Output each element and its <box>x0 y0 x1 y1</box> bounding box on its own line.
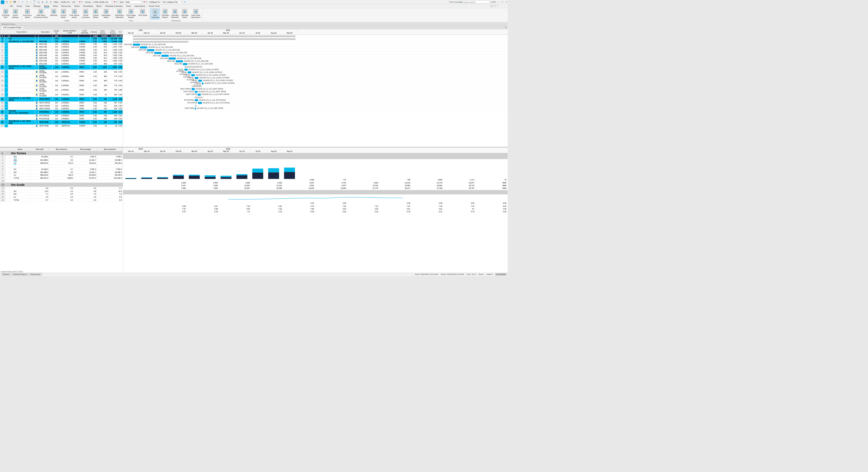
chart-bar[interactable] <box>221 176 232 179</box>
task-bar[interactable] <box>198 102 202 104</box>
time-variant-fields-button[interactable]: ▦Time VariantFields <box>68 9 80 19</box>
report-row[interactable]: 3MG342,488.00.012,231.740,098.3 <box>0 158 123 161</box>
report-row[interactable]: 7MG342,488.00.012,231.740,098.3 <box>0 171 123 174</box>
gantt-row[interactable]: LEVEL ACCESSVALENS UG_6_110_LEVEL ACCESS <box>123 68 508 71</box>
custom-fields-button[interactable]: ▦CustomFields <box>59 9 68 19</box>
filter-combo[interactable]: LEVEL RL = 110 <box>60 1 78 4</box>
report-row[interactable]: 123.80.53.64.7 <box>0 187 123 190</box>
report-row[interactable]: 15LG4.53.44.55.0 <box>0 196 123 199</box>
gantt-row[interactable] <box>123 104 508 107</box>
clear-initial-calculations-button[interactable]: ▦Clear InitialCalculations <box>190 9 201 19</box>
ribbon-tab-filtering[interactable]: Filtering <box>33 5 40 8</box>
grid-col-header[interactable]: COST CENTRE <box>79 29 91 35</box>
grid-col-header[interactable]: Description <box>39 29 53 35</box>
chart-bar[interactable] <box>125 178 136 179</box>
report-col-header[interactable]: Row total <box>30 148 49 151</box>
report-row[interactable]: 14MG7.16.37.07.6 <box>0 193 123 196</box>
gantt-row[interactable] <box>123 38 508 40</box>
gantt-row[interactable]: LEVEL ACCESSVALENS UG_6_110_LEVEL ACCESS <box>123 77 508 79</box>
ribbon-tab-blend[interactable]: Blend <box>97 5 102 8</box>
production-fields-button[interactable]: ▦ProductionFields <box>22 9 33 19</box>
scheduling-calendars-button[interactable]: ▦SchedulingCalendars <box>114 9 125 19</box>
sort-edit-icon[interactable]: ✎ <box>146 1 147 3</box>
grid-row[interactable]: 16👤LEVEL ACCESS110LATERALOPEX2.503097720… <box>0 83 123 87</box>
chart-bar[interactable] <box>189 175 200 179</box>
gantt-row[interactable]: VENT RISEVALENS UG_6_110_VENT RISE <box>123 107 508 110</box>
parameters-tables-button[interactable]: ▦ParametersTables <box>101 9 112 19</box>
refresh-icon[interactable]: ⟳ <box>184 1 186 3</box>
grid-row[interactable]: 3VALENS UG_6_110_DECLINEDECLINE110LATERA… <box>0 40 123 43</box>
task-bar[interactable] <box>195 99 198 101</box>
grid-row[interactable]: 10👤DECLINE110LATERALCAPEX2.506141,5350.0… <box>0 59 123 62</box>
auto-calculate-button[interactable]: ▦AutoCalculate <box>151 9 160 19</box>
grid-row[interactable]: 23VALENS UG_6_110_STOCKPILESTOCKPILE110L… <box>0 110 123 114</box>
report-col-header[interactable]: Row minimum <box>49 148 74 151</box>
task-bar[interactable] <box>202 82 204 84</box>
gantt-row[interactable]: DECLINEVALENS UG_6_110_DECLINE <box>123 63 508 65</box>
grid-row[interactable]: 19VALENS UG_6_110_VENT DRIVEVENT DRIVE11… <box>0 97 123 101</box>
calculate-report-button[interactable]: ▦CalculateReport <box>161 9 170 19</box>
task-bar[interactable] <box>198 94 201 96</box>
help-icon[interactable]: ? <box>494 4 495 8</box>
summary-bar[interactable] <box>192 85 201 87</box>
calculate-fields-button[interactable]: ▦CalculateFields <box>180 9 190 19</box>
gantt-row[interactable]: STOCKPILEVALENS UG_6_110_STOCKPILE <box>123 99 508 101</box>
report-row[interactable]: 6HG51,026.06.72,551.37,535.6 <box>0 168 123 171</box>
report-row[interactable]: 9TOTAL962,427.81,988.634,372.4102,182.0 <box>0 177 123 180</box>
collapse-ribbon-icon[interactable]: ^ <box>497 4 498 8</box>
unlink-icon[interactable]: ⊘ <box>49 1 52 3</box>
chart-bar[interactable] <box>157 177 168 179</box>
filter-edit-icon[interactable]: ✎ <box>81 1 83 3</box>
task-bar[interactable] <box>133 44 140 46</box>
gantt-row[interactable] <box>123 40 508 43</box>
grid-row[interactable]: 14👤LEVEL ACCESS110LATERALOPEX2.503097720… <box>0 74 123 78</box>
report-row[interactable]: 4LG568,913.8812.920,318.358,120.8 <box>0 162 123 165</box>
grid-col-header[interactable] <box>0 29 4 35</box>
grid-row[interactable]: 25👤STOCKPILE110LATERALOPEX2.502586450.00 <box>0 117 123 120</box>
grid-col-header[interactable]: DEVELOPMENT TYPE <box>61 29 79 35</box>
gantt-row[interactable]: VENT DRIVEVALENS UG_6_110_VENT DRIVE <box>123 93 508 96</box>
report-row[interactable]: 13HG10.09.29.810.6 <box>0 190 123 193</box>
gantt-row[interactable]: DECLINEVALENS UG_6_110_DECLINE <box>123 43 508 46</box>
report-col-header[interactable]: Row average <box>74 148 97 151</box>
ribbon-tab-rules[interactable]: Rules <box>75 5 80 8</box>
ribbon-tab-file[interactable]: File <box>10 5 13 8</box>
grid-col-header[interactable]: Insitu Volume <box>97 29 107 35</box>
ribbon-tab-power-tools[interactable]: Power Tools <box>149 5 160 8</box>
task-bar[interactable] <box>169 58 176 60</box>
gantt-row[interactable]: DECLINEVALENS UG_6_110_DECLINE <box>123 49 508 52</box>
grid-row[interactable]: 9👤DECLINE110LATERALCAPEX2.506141,5350.00 <box>0 57 123 59</box>
grid-row[interactable]: 24👤STOCKPILE110LATERALOPEX2.501964900.00 <box>0 114 123 117</box>
task-bar[interactable] <box>184 68 188 71</box>
report-row[interactable]: 16TOTAL5.73.45.66.5 <box>0 199 123 202</box>
grid-row[interactable]: 17👤LEVEL ACCESS110LATERALOPEX2.563097920… <box>0 88 123 92</box>
zoom-fit-icon[interactable]: ⊕ <box>41 1 44 3</box>
chart-bar[interactable] <box>284 168 295 179</box>
gantt-row[interactable]: STOCKPILEVALENS UG_6_110_STOCKPILE <box>123 102 508 104</box>
undo-icon[interactable]: ↶ <box>21 1 24 3</box>
grid-row[interactable]: 5👤DECLINE110LATERALCAPEX2.506151,5370.00 <box>0 45 123 48</box>
report-col-header[interactable] <box>0 148 5 151</box>
grid-col-header[interactable]: Group Name <box>8 29 35 35</box>
report-grid[interactable]: NameRow totalRow minimumRow averageRow m… <box>0 148 123 276</box>
gantt-row[interactable]: DECLINEVALENS UG_6_110_DECLINE <box>123 60 508 63</box>
time-usage-models-button[interactable]: ▦Time UsageModels <box>125 9 137 19</box>
maximize-button[interactable]: ☐ <box>501 1 503 3</box>
chart-bar[interactable] <box>205 175 216 179</box>
gantt-row[interactable] <box>123 85 508 87</box>
gantt-row[interactable]: DECLINEVALENS UG_6_110_DECLINE <box>123 57 508 60</box>
sort-combo[interactable]: Start <box>125 1 143 4</box>
task-bar[interactable] <box>191 74 195 76</box>
gantt-row[interactable]: LEVEL ACCESSVALENS UG_6_110_LEVEL ACCESS <box>123 74 508 77</box>
grid-row[interactable]: 7👤DECLINE110LATERALCAPEX2.506141,5350.00 <box>0 51 123 54</box>
open-icon[interactable]: 📂 <box>9 1 12 3</box>
save-icon[interactable]: 💾 <box>14 1 16 3</box>
task-grid[interactable]: Group NameDescriptionLEVEL RLDEVELOPMENT… <box>0 29 123 147</box>
gantt-row[interactable] <box>123 35 508 38</box>
gantt-row[interactable]: LEVEL ACCESSVALENS UG_6_110_LEVEL ACCESS <box>123 71 508 74</box>
gantt-row[interactable] <box>123 96 508 99</box>
sheet-tab-default[interactable]: Default <box>1 273 11 276</box>
report-row[interactable]: 2HG51,026.06.72,551.37,535.6 <box>0 155 123 158</box>
group-edit-icon[interactable]: ✎ <box>116 1 118 3</box>
import-settings-button[interactable]: ▦ImportSettings <box>11 9 20 21</box>
